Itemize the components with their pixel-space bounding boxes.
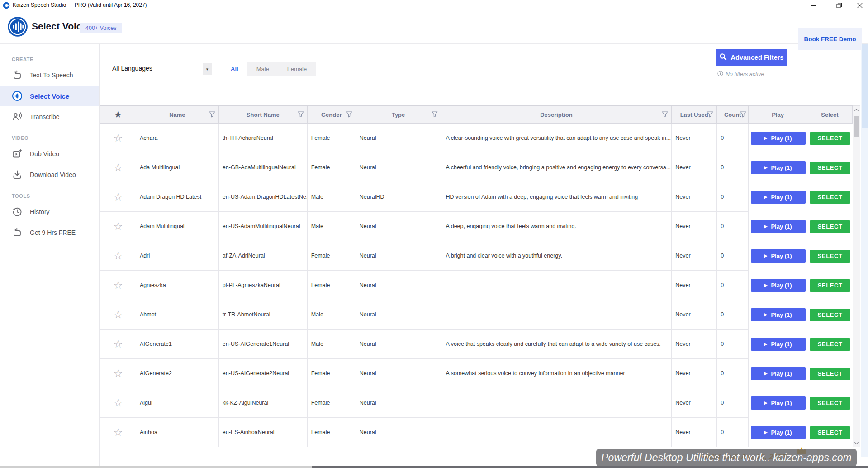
play-button[interactable]: ▶Play (1) [751, 249, 806, 263]
play-button[interactable]: ▶Play (1) [751, 367, 806, 380]
sidebar-item-text-to-speech[interactable]: Text To Speech [0, 65, 99, 86]
column-header-name[interactable]: Name [136, 106, 219, 124]
cell-desc [441, 271, 672, 300]
minimize-button[interactable] [806, 0, 821, 11]
restore-button[interactable] [831, 0, 847, 11]
cell-short: en-GB-AdaMultilingualNeural [219, 153, 308, 182]
column-header-desc[interactable]: Description [441, 106, 672, 124]
filter-funnel-icon[interactable] [298, 111, 304, 119]
cell-play: ▶Play (1) [749, 330, 807, 359]
favorite-star-icon[interactable]: ☆ [114, 368, 123, 379]
filter-funnel-icon[interactable] [740, 111, 746, 119]
filter-funnel-icon[interactable] [707, 111, 713, 119]
cell-select: SELECT [807, 388, 853, 418]
play-button[interactable]: ▶Play (1) [751, 191, 806, 204]
play-button[interactable]: ▶Play (1) [751, 426, 806, 439]
sidebar-item-label: Download Video [30, 171, 76, 178]
window-scrollbar-thumb[interactable] [862, 44, 868, 128]
select-button[interactable]: SELECT [810, 338, 850, 351]
select-button[interactable]: SELECT [810, 426, 850, 439]
filter-funnel-icon[interactable] [209, 111, 215, 119]
select-button[interactable]: SELECT [810, 368, 850, 380]
cell-used: Never [672, 388, 717, 418]
play-triangle-icon: ▶ [764, 254, 768, 258]
column-header-short[interactable]: Short Name [219, 106, 308, 124]
language-dropdown-value: All Languages [112, 65, 152, 72]
play-button[interactable]: ▶Play (1) [751, 220, 806, 233]
sidebar-item-label: Transcribe [30, 113, 60, 120]
select-button[interactable]: SELECT [810, 132, 850, 145]
window-scrollbar[interactable] [861, 44, 868, 457]
play-button[interactable]: ▶Play (1) [751, 132, 806, 145]
column-header-select[interactable]: Select [807, 106, 853, 124]
advanced-filters-button[interactable]: Advanced Filters [716, 49, 787, 66]
sidebar-item-download-video[interactable]: Download Video [0, 164, 99, 185]
play-button[interactable]: ▶Play (1) [751, 396, 806, 410]
select-button[interactable]: SELECT [810, 279, 850, 292]
select-button[interactable]: SELECT [810, 309, 850, 321]
scroll-down-icon[interactable] [853, 439, 860, 447]
favorite-star-icon[interactable]: ☆ [114, 192, 123, 202]
cell-count: 0 [717, 241, 749, 271]
favorite-star-icon[interactable]: ☆ [114, 221, 123, 232]
table-scrollbar[interactable] [853, 105, 860, 447]
favorite-star-icon[interactable]: ☆ [114, 339, 123, 349]
sidebar-item-get-9-hrs-free[interactable]: Get 9 Hrs FREE [0, 222, 99, 243]
select-button[interactable]: SELECT [810, 250, 850, 263]
column-header-type[interactable]: Type [356, 106, 441, 124]
select-button[interactable]: SELECT [810, 191, 850, 204]
select-button[interactable]: SELECT [810, 220, 850, 233]
close-button[interactable] [852, 0, 868, 11]
play-button[interactable]: ▶Play (1) [751, 161, 806, 174]
cell-play: ▶Play (1) [749, 124, 807, 153]
favorite-star-icon[interactable]: ☆ [114, 310, 123, 320]
cell-short: en-US-AdamMultilingualNeural [219, 212, 308, 241]
play-button[interactable]: ▶Play (1) [751, 308, 806, 321]
gender-tab-male[interactable]: Male [247, 62, 278, 76]
speech-bubble-icon [12, 70, 23, 81]
column-header-count[interactable]: Count [717, 106, 749, 124]
filter-funnel-icon[interactable] [662, 111, 668, 119]
scroll-up-icon[interactable] [853, 106, 860, 114]
cell-used: Never [672, 153, 717, 182]
column-header-gender[interactable]: Gender [308, 106, 356, 124]
cell-play: ▶Play (1) [749, 300, 807, 330]
cell-type: Neural [356, 418, 441, 447]
dropdown-arrow-icon[interactable]: ▾ [203, 63, 212, 75]
select-button[interactable]: SELECT [810, 397, 850, 410]
select-button[interactable]: SELECT [810, 162, 850, 174]
cell-count: 0 [717, 300, 749, 330]
cell-type: NeuralHD [356, 182, 441, 212]
sidebar-item-select-voice[interactable]: Select Voice [0, 86, 99, 106]
play-button-label: Play (1) [771, 135, 792, 142]
favorite-star-icon[interactable]: ☆ [114, 133, 123, 143]
play-button[interactable]: ▶Play (1) [751, 279, 806, 292]
filter-funnel-icon[interactable] [346, 111, 352, 119]
favorite-star-icon[interactable]: ☆ [114, 162, 123, 173]
sidebar-item-transcribe[interactable]: Transcribe [0, 106, 99, 127]
sidebar-item-history[interactable]: History [0, 201, 99, 222]
cell-used: Never [672, 300, 717, 330]
play-button[interactable]: ▶Play (1) [751, 338, 806, 351]
cell-short: en-US-AIGenerate2Neural [219, 359, 308, 388]
favorite-star-icon[interactable]: ☆ [114, 398, 123, 408]
sidebar-item-label: History [30, 208, 50, 215]
column-header-used[interactable]: Last Used [672, 106, 717, 124]
star-filled-icon: ★ [114, 110, 121, 119]
gender-tab-all[interactable]: All [222, 62, 247, 76]
favorite-star-icon[interactable]: ☆ [114, 251, 123, 261]
window-title: Kaizen Speech Studio — PRO (Valid until … [13, 2, 147, 8]
cell-used: Never [672, 182, 717, 212]
sidebar-item-dub-video[interactable]: Dub Video [0, 143, 99, 164]
scrollbar-thumb[interactable] [854, 116, 859, 137]
gender-tab-female[interactable]: Female [278, 62, 316, 76]
language-dropdown[interactable]: All Languages ▾ [111, 62, 212, 76]
favorite-star-icon[interactable]: ☆ [114, 280, 123, 291]
column-header-favorite[interactable]: ★ [100, 106, 136, 124]
cell-play: ▶Play (1) [749, 241, 807, 271]
favorite-star-icon[interactable]: ☆ [114, 427, 123, 438]
filter-funnel-icon[interactable] [432, 111, 438, 119]
book-demo-button[interactable]: Book FREE Demo [798, 28, 862, 50]
advanced-filters-label: Advanced Filters [731, 54, 784, 61]
column-header-play[interactable]: Play [749, 106, 807, 124]
